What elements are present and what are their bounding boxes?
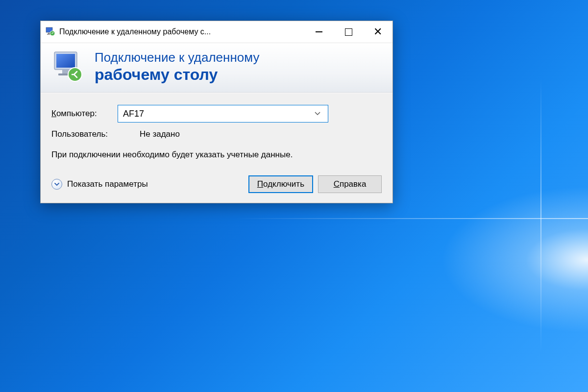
rdp-app-icon [46,27,55,37]
dialog-body: Компьютер: Пользователь: Не задано При п… [41,93,392,203]
heading-line2: рабочему столу [95,65,259,84]
show-options-label: Показать параметры [67,179,148,189]
show-options-link[interactable]: Показать параметры [51,179,244,190]
expand-down-icon [51,179,62,190]
desktop-background-beam [540,0,541,392]
window-title: Подключение к удаленному рабочему с... [59,27,304,36]
desktop-background-beam [0,218,588,219]
svg-rect-5 [56,54,75,68]
rdp-dialog-window: Подключение к удаленному рабочему с... ✕ [40,21,393,203]
user-row: Пользователь: Не задано [51,129,382,139]
chevron-down-icon[interactable] [312,110,323,117]
svg-point-8 [68,68,82,81]
desktop-background-glow [441,186,588,333]
computer-input[interactable] [123,109,312,119]
minimize-button[interactable] [304,21,334,43]
user-value: Не задано [140,129,180,139]
credentials-info-text: При подключении необходимо будет указать… [51,149,382,161]
user-label: Пользователь: [51,129,140,139]
close-button[interactable]: ✕ [363,21,392,43]
heading-line1: Подключение к удаленному [95,50,259,65]
dialog-header: Подключение к удаленному рабочему столу [41,43,392,93]
connect-button[interactable]: Подключить [248,175,313,193]
maximize-button[interactable] [334,21,363,43]
help-button[interactable]: Справка [318,175,382,193]
titlebar[interactable]: Подключение к удаленному рабочему с... ✕ [41,21,392,43]
dialog-heading: Подключение к удаленному рабочему столу [95,50,259,84]
computer-combobox[interactable] [118,105,328,122]
dialog-footer: Показать параметры Подключить Справка [51,175,382,193]
computer-label: Компьютер: [51,109,118,119]
computer-row: Компьютер: [51,105,382,122]
rdp-large-icon [51,50,86,84]
window-controls: ✕ [304,21,392,43]
